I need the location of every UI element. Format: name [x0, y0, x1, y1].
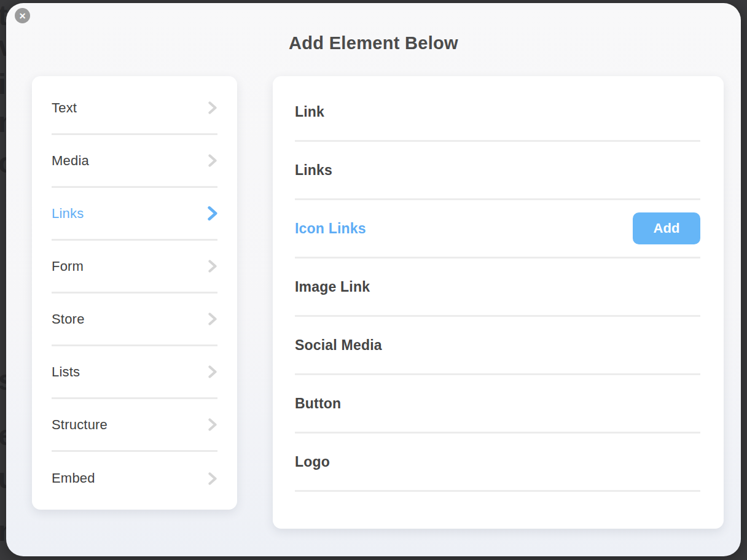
sidebar-item-label: Form: [52, 259, 84, 274]
sidebar-item-form[interactable]: Form: [52, 241, 217, 294]
chevron-right-icon: [208, 418, 217, 431]
element-list-panel: Link Links Icon Links Add Image Link Soc…: [273, 76, 724, 529]
element-item-label: Image Link: [295, 279, 370, 295]
close-icon: ✕: [19, 11, 26, 20]
sidebar-item-label: Links: [52, 206, 84, 222]
element-item-button[interactable]: Button: [295, 375, 700, 434]
chevron-right-icon: [208, 313, 217, 325]
element-item-link[interactable]: Link: [295, 84, 700, 142]
category-sidebar: Text Media Links Form Store Lists Struct…: [32, 76, 237, 510]
element-item-links[interactable]: Links: [295, 142, 700, 200]
sidebar-item-label: Text: [52, 100, 77, 116]
element-item-icon-links[interactable]: Icon Links Add: [295, 200, 700, 259]
chevron-right-icon: [208, 206, 218, 220]
element-item-label: Icon Links: [295, 220, 366, 237]
sidebar-item-store[interactable]: Store: [52, 294, 217, 346]
element-item-label: Links: [295, 162, 332, 179]
sidebar-item-label: Structure: [52, 417, 108, 433]
element-item-logo[interactable]: Logo: [295, 434, 700, 492]
chevron-right-icon: [208, 260, 217, 273]
sidebar-item-text[interactable]: Text: [52, 82, 217, 135]
element-item-label: Link: [295, 104, 324, 120]
chevron-right-icon: [208, 365, 217, 378]
chevron-right-icon: [208, 154, 217, 167]
sidebar-item-media[interactable]: Media: [52, 135, 217, 188]
element-item-image-link[interactable]: Image Link: [295, 259, 700, 317]
element-item-social-media[interactable]: Social Media: [295, 317, 700, 375]
element-item-label: Social Media: [295, 337, 382, 354]
sidebar-item-structure[interactable]: Structure: [52, 399, 217, 452]
add-button[interactable]: Add: [633, 212, 700, 244]
element-item-label: Logo: [295, 454, 330, 470]
chevron-right-icon: [208, 101, 217, 114]
sidebar-item-lists[interactable]: Lists: [52, 346, 217, 399]
sidebar-item-label: Lists: [52, 364, 80, 380]
sidebar-item-label: Media: [52, 153, 89, 169]
sidebar-item-embed[interactable]: Embed: [52, 452, 217, 505]
add-element-modal: ✕ Add Element Below Text Media Links For…: [6, 3, 741, 556]
modal-title: Add Element Below: [6, 33, 741, 53]
sidebar-item-label: Store: [52, 311, 85, 327]
element-item-label: Button: [295, 395, 341, 412]
sidebar-item-links[interactable]: Links: [52, 188, 217, 241]
chevron-right-icon: [208, 472, 217, 485]
sidebar-item-label: Embed: [52, 470, 95, 486]
close-button[interactable]: ✕: [15, 8, 30, 23]
backdrop-text-fragment: i: [0, 70, 6, 98]
